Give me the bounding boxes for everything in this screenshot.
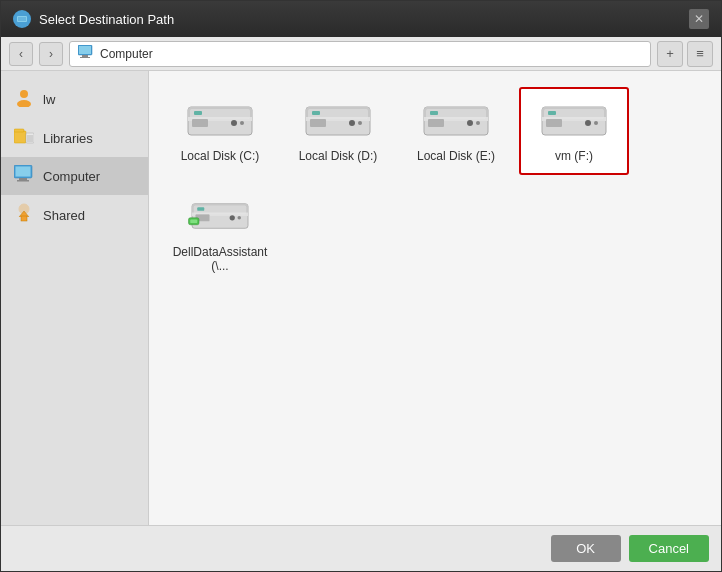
items-grid: Local Disk (C:) Local Disk (D:) [165, 87, 705, 285]
svg-point-48 [594, 121, 598, 125]
svg-rect-26 [194, 111, 202, 115]
svg-point-55 [230, 215, 235, 220]
sidebar-label-shared: Shared [43, 208, 85, 223]
drive-net[interactable]: DellDataAssistant (\... [165, 183, 275, 285]
add-button[interactable]: + [657, 41, 683, 67]
svg-rect-58 [197, 207, 204, 211]
content-area: lw Libraries [1, 71, 721, 525]
drive-net-label: DellDataAssistant (\... [173, 245, 268, 273]
libraries-icon [13, 127, 35, 149]
title-bar: Select Destination Path ✕ [1, 1, 721, 37]
dialog-title: Select Destination Path [39, 12, 174, 27]
app-icon [13, 10, 31, 28]
svg-rect-22 [192, 119, 208, 127]
svg-rect-16 [17, 180, 29, 182]
sidebar: lw Libraries [1, 71, 149, 525]
sidebar-label-computer: Computer [43, 169, 100, 184]
sidebar-item-libraries[interactable]: Libraries [1, 119, 148, 157]
location-text: Computer [100, 47, 153, 61]
svg-rect-50 [548, 111, 556, 115]
drive-e[interactable]: Local Disk (E:) [401, 87, 511, 175]
svg-rect-38 [428, 119, 444, 127]
drive-d[interactable]: Local Disk (D:) [283, 87, 393, 175]
svg-point-31 [349, 120, 355, 126]
svg-rect-15 [19, 178, 27, 180]
close-button[interactable]: ✕ [689, 9, 709, 29]
drive-f-label: vm (F:) [555, 149, 593, 163]
forward-button[interactable]: › [39, 42, 63, 66]
svg-point-7 [20, 90, 28, 98]
ok-button[interactable]: OK [551, 535, 621, 562]
svg-rect-4 [79, 46, 91, 54]
svg-point-24 [240, 121, 244, 125]
svg-rect-34 [312, 111, 320, 115]
svg-rect-5 [82, 55, 88, 57]
drive-c[interactable]: Local Disk (C:) [165, 87, 275, 175]
view-button[interactable]: ≡ [687, 41, 713, 67]
shared-icon [13, 203, 35, 227]
svg-rect-10 [14, 129, 24, 132]
user-icon [13, 87, 35, 111]
dialog: Select Destination Path ✕ ‹ › Computer +… [0, 0, 722, 572]
svg-point-40 [476, 121, 480, 125]
drive-c-label: Local Disk (C:) [181, 149, 260, 163]
svg-rect-9 [14, 131, 26, 143]
svg-rect-42 [430, 111, 438, 115]
svg-point-56 [238, 216, 242, 220]
svg-rect-18 [21, 216, 27, 221]
sidebar-label-lw: lw [43, 92, 55, 107]
svg-rect-60 [190, 220, 197, 224]
svg-point-32 [358, 121, 362, 125]
sidebar-item-lw[interactable]: lw [1, 79, 148, 119]
main-panel: Local Disk (C:) Local Disk (D:) [149, 71, 721, 525]
svg-point-23 [231, 120, 237, 126]
toolbar: ‹ › Computer + ≡ [1, 37, 721, 71]
svg-point-39 [467, 120, 473, 126]
drive-f[interactable]: vm (F:) [519, 87, 629, 175]
sidebar-label-libraries: Libraries [43, 131, 93, 146]
svg-rect-30 [310, 119, 326, 127]
svg-rect-2 [18, 17, 26, 21]
toolbar-right: + ≡ [657, 41, 713, 67]
svg-point-8 [17, 100, 31, 107]
svg-rect-6 [80, 57, 90, 58]
computer-icon [78, 45, 94, 62]
back-button[interactable]: ‹ [9, 42, 33, 66]
drive-e-label: Local Disk (E:) [417, 149, 495, 163]
drive-d-label: Local Disk (D:) [299, 149, 378, 163]
location-bar: Computer [69, 41, 651, 67]
footer: OK Cancel [1, 525, 721, 571]
cancel-button[interactable]: Cancel [629, 535, 709, 562]
svg-rect-46 [546, 119, 562, 127]
computer-sidebar-icon [13, 165, 35, 187]
svg-rect-14 [16, 167, 31, 177]
sidebar-item-shared[interactable]: Shared [1, 195, 148, 235]
svg-rect-12 [27, 135, 33, 142]
title-bar-left: Select Destination Path [13, 10, 174, 28]
svg-point-47 [585, 120, 591, 126]
sidebar-item-computer[interactable]: Computer [1, 157, 148, 195]
